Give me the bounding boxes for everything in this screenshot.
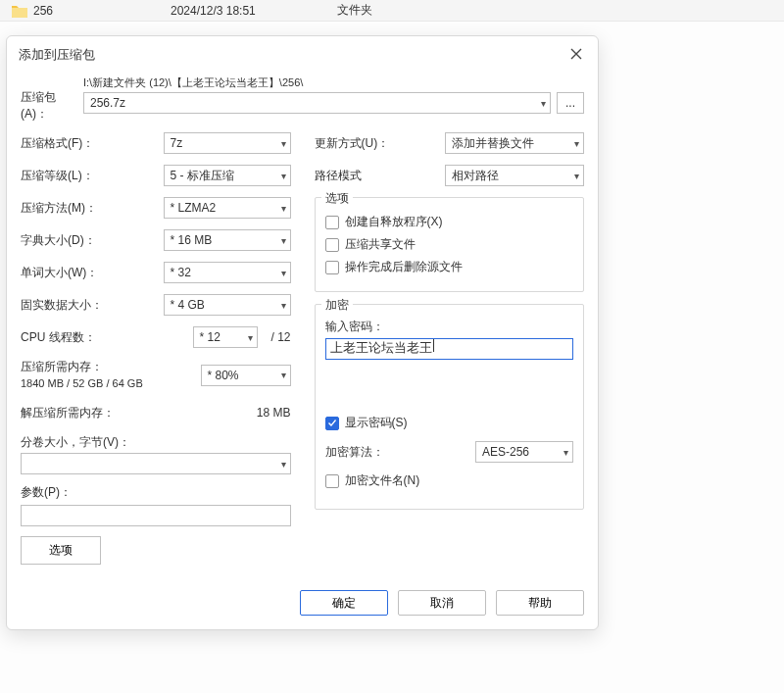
threads-label: CPU 线程数： — [21, 329, 193, 346]
level-value: 5 - 标准压缩 — [171, 168, 234, 184]
update-value: 添加并替换文件 — [452, 135, 534, 152]
method-combo[interactable]: * LZMA2▾ — [164, 197, 291, 219]
method-value: * LZMA2 — [171, 201, 217, 215]
encryption-legend: 加密 — [321, 297, 353, 314]
encrypt-names-checkbox[interactable] — [325, 474, 339, 488]
pathmode-combo[interactable]: 相对路径▾ — [445, 165, 584, 186]
update-label: 更新方式(U)： — [315, 135, 446, 152]
encrypt-names-label: 加密文件名(N) — [345, 472, 420, 489]
enc-alg-value: AES-256 — [482, 445, 529, 459]
update-combo[interactable]: 添加并替换文件▾ — [445, 132, 584, 154]
threads-value: * 12 — [200, 330, 220, 344]
method-label: 压缩方法(M)： — [21, 200, 164, 217]
mem-percent-value: * 80% — [208, 369, 239, 382]
params-input[interactable] — [21, 505, 291, 526]
solid-combo[interactable]: * 4 GB▾ — [164, 294, 291, 316]
add-to-archive-dialog: 添加到压缩包 压缩包(A)： I:\新建文件夹 (12)\【上老王论坛当老王】\… — [6, 35, 599, 630]
chevron-down-icon: ▾ — [281, 268, 286, 278]
delete-after-label: 操作完成后删除源文件 — [345, 259, 463, 275]
enc-alg-label: 加密算法： — [325, 444, 384, 461]
options-button[interactable]: 选项 — [21, 536, 101, 565]
archive-path: I:\新建文件夹 (12)\【上老王论坛当老王】\256\ — [83, 75, 584, 90]
folder-icon — [12, 4, 27, 18]
archive-name-value: 256.7z — [90, 96, 125, 110]
chevron-down-icon: ▾ — [281, 459, 286, 470]
pathmode-label: 路径模式 — [315, 168, 446, 184]
sfx-label: 创建自释放程序(X) — [345, 214, 443, 230]
archive-label: 压缩包(A)： — [21, 75, 75, 123]
left-column: 压缩格式(F)： 7z▾ 压缩等级(L)： 5 - 标准压缩▾ 压缩方法(M)：… — [21, 132, 291, 565]
chevron-down-icon: ▾ — [281, 171, 286, 181]
show-password-label: 显示密码(S) — [345, 415, 408, 431]
right-column: 更新方式(U)： 添加并替换文件▾ 路径模式 相对路径▾ 选项 创建自释放程序 — [315, 132, 585, 565]
pathmode-value: 相对路径 — [452, 168, 499, 184]
close-icon — [570, 48, 582, 60]
titlebar: 添加到压缩包 — [7, 36, 598, 72]
options-fieldset: 选项 创建自释放程序(X) 压缩共享文件 操作完成后删除源文件 — [315, 197, 585, 292]
mem-compress-values: 1840 MB / 52 GB / 64 GB — [21, 375, 143, 391]
chevron-down-icon: ▾ — [248, 332, 253, 343]
ok-button[interactable]: 确定 — [300, 590, 388, 616]
show-password-checkbox[interactable] — [325, 417, 339, 430]
close-button[interactable] — [564, 44, 588, 66]
mem-decompress-value: 18 MB — [257, 406, 291, 420]
file-name: 256 — [33, 4, 171, 18]
chevron-down-icon: ▾ — [564, 447, 568, 458]
chevron-down-icon: ▾ — [541, 98, 546, 109]
split-combo[interactable]: ▾ — [21, 453, 291, 474]
dict-value: * 16 MB — [171, 233, 213, 247]
password-input[interactable]: 上老王论坛当老王 — [325, 338, 574, 360]
shared-label: 压缩共享文件 — [345, 236, 416, 253]
encryption-fieldset: 加密 输入密码： 上老王论坛当老王 显示密码(S) 加密算法： AES-256▾ — [315, 304, 585, 510]
word-combo[interactable]: * 32▾ — [164, 262, 291, 283]
chevron-down-icon: ▾ — [574, 138, 579, 149]
split-label: 分卷大小，字节(V)： — [21, 434, 291, 451]
level-combo[interactable]: 5 - 标准压缩▾ — [164, 165, 291, 186]
dialog-footer: 确定 取消 帮助 — [7, 578, 598, 629]
sfx-checkbox[interactable] — [325, 216, 339, 229]
dict-label: 字典大小(D)： — [21, 232, 164, 249]
shared-checkbox[interactable] — [325, 238, 339, 252]
level-label: 压缩等级(L)： — [21, 168, 164, 184]
chevron-down-icon: ▾ — [281, 370, 286, 380]
enc-alg-combo[interactable]: AES-256▾ — [475, 441, 573, 463]
dict-combo[interactable]: * 16 MB▾ — [164, 229, 291, 251]
params-label: 参数(P)： — [21, 484, 291, 501]
password-label: 输入密码： — [325, 319, 574, 335]
cancel-button[interactable]: 取消 — [398, 590, 486, 616]
threads-combo[interactable]: * 12▾ — [193, 326, 258, 348]
threads-max: / 12 — [264, 330, 291, 344]
chevron-down-icon: ▾ — [281, 203, 286, 214]
mem-compress-label: 压缩所需内存： — [21, 359, 143, 375]
options-legend: 选项 — [321, 190, 353, 207]
chevron-down-icon: ▾ — [574, 171, 579, 181]
format-value: 7z — [171, 136, 183, 150]
word-label: 单词大小(W)： — [21, 265, 164, 281]
file-date: 2024/12/3 18:51 — [171, 4, 337, 18]
mem-percent-combo[interactable]: * 80%▾ — [201, 365, 291, 386]
help-button[interactable]: 帮助 — [496, 590, 584, 616]
password-value: 上老王论坛当老王 — [330, 340, 432, 355]
mem-decompress-label: 解压缩所需内存： — [21, 405, 257, 421]
browse-button[interactable]: ... — [557, 92, 584, 114]
solid-label: 固实数据大小： — [21, 297, 164, 314]
chevron-down-icon: ▾ — [281, 300, 286, 311]
dialog-title: 添加到压缩包 — [19, 46, 95, 64]
format-combo[interactable]: 7z▾ — [164, 132, 291, 154]
file-list-row[interactable]: 256 2024/12/3 18:51 文件夹 — [0, 0, 784, 22]
word-value: * 32 — [171, 266, 191, 279]
solid-value: * 4 GB — [171, 298, 205, 312]
archive-name-combo[interactable]: 256.7z ▾ — [83, 92, 551, 114]
delete-after-checkbox[interactable] — [325, 261, 339, 274]
chevron-down-icon: ▾ — [281, 235, 286, 246]
format-label: 压缩格式(F)： — [21, 135, 164, 152]
chevron-down-icon: ▾ — [281, 138, 286, 149]
file-type: 文件夹 — [337, 2, 435, 19]
